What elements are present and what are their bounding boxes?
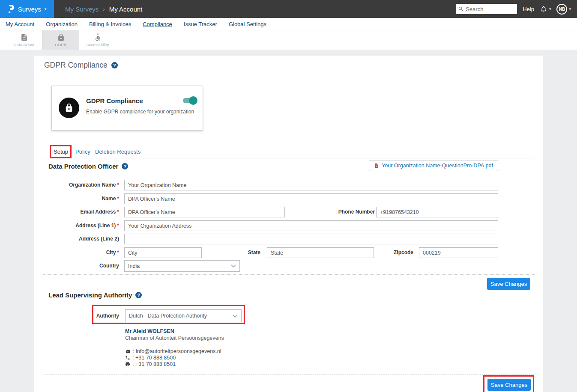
authority-contact-fax: +31 70 888 8501 xyxy=(125,361,176,367)
name-input[interactable] xyxy=(124,193,498,204)
wheelchair-icon xyxy=(94,33,102,42)
form-row: Address (Line 2) xyxy=(34,234,543,244)
tab-setup[interactable]: Setup xyxy=(51,147,70,157)
form-row: City State Zipcode xyxy=(34,247,543,258)
avatar: NB xyxy=(556,4,567,15)
authority-fax-value: +31 70 888 8501 xyxy=(132,361,176,367)
form-row: Email Address Phone Number xyxy=(34,207,543,217)
product-switcher[interactable]: Surveys ▾ xyxy=(0,0,54,18)
gdpr-toggle-card: GDPR Compliance Enable GDPR compliance f… xyxy=(51,86,203,131)
gdpr-card-title: GDPR Compliance xyxy=(86,97,143,104)
authority-select[interactable]: Dutch - Data Protection Authority xyxy=(125,309,242,322)
toggle-knob xyxy=(189,96,197,105)
notifications-button[interactable]: ▾ xyxy=(540,5,551,13)
page-title: GDPR Compliance ? xyxy=(44,61,118,70)
tab-policy[interactable]: Policy xyxy=(75,147,90,157)
zipcode-input[interactable] xyxy=(419,247,498,258)
chevron-down-icon: ▾ xyxy=(569,7,571,11)
help-link[interactable]: Help xyxy=(523,6,534,12)
lsa-heading: Lead Supervising Authority ? xyxy=(48,291,142,299)
form-row: Address (Line 1) xyxy=(34,220,543,231)
search-input[interactable] xyxy=(456,4,517,14)
nav-organization[interactable]: Organization xyxy=(46,21,78,27)
dpa-pdf-button[interactable]: Your Organization Name-QuestionPro-DPA.p… xyxy=(369,160,498,171)
product-name: Surveys xyxy=(18,6,41,13)
address-line1-label: Address (Line 1) xyxy=(34,220,119,231)
tab-can-spam[interactable]: CAN-SPAM xyxy=(6,30,42,50)
nav-issue-tracker[interactable]: Issue Tracker xyxy=(184,21,217,27)
nav-global-settings[interactable]: Global Settings xyxy=(229,21,266,27)
chevron-down-icon xyxy=(233,315,238,318)
document-pencil-icon xyxy=(20,33,28,42)
nav-my-account[interactable]: My Account xyxy=(6,21,34,27)
tab-label: CAN-SPAM xyxy=(13,43,34,47)
form-row: Name xyxy=(34,193,543,204)
authority-label: Authority xyxy=(34,309,119,322)
country-select-value: India xyxy=(128,263,140,269)
tab-accessibility[interactable]: Accessibility xyxy=(79,30,116,50)
help-icon[interactable]: ? xyxy=(135,292,142,298)
search-icon xyxy=(458,6,464,12)
topbar-right: Help ▾ NB ▾ xyxy=(456,4,577,15)
breadcrumb-my-surveys[interactable]: My Surveys xyxy=(65,6,99,13)
nav-billing-invoices[interactable]: Billing & Invoices xyxy=(89,21,131,27)
country-select[interactable]: India xyxy=(124,260,240,272)
divider xyxy=(43,274,535,275)
authority-phone-value: +31 70 888 8500 xyxy=(132,355,176,361)
address-line2-label: Address (Line 2) xyxy=(34,234,119,244)
authority-contact-email: info@autoriteitpersoonsgegevens.nl xyxy=(125,348,221,354)
nav-compliance[interactable]: Compliance xyxy=(143,21,172,27)
address-line2-input[interactable] xyxy=(124,234,498,244)
address-line1-input[interactable] xyxy=(124,220,498,231)
authority-email-value: info@autoriteitpersoonsgegevens.nl xyxy=(133,348,221,354)
screen: Surveys ▾ My Surveys › My Account Help ▾… xyxy=(0,0,577,392)
bell-icon xyxy=(540,5,547,13)
pdf-icon xyxy=(374,163,379,169)
compliance-tab-strip: CAN-SPAM GDPR Accessibility xyxy=(0,30,577,50)
tab-deletion-requests[interactable]: Deletion Requests xyxy=(95,147,141,157)
gdpr-card-subtitle: Enable GDPR compliance for your organiza… xyxy=(86,109,194,115)
lock-badge xyxy=(59,98,79,118)
chevron-down-icon: ▾ xyxy=(45,7,47,11)
city-label: City xyxy=(34,247,119,258)
save-changes-button-dpo[interactable]: Save Changes xyxy=(487,278,530,290)
zipcode-label: Zipcode xyxy=(328,247,413,258)
country-label: Country xyxy=(34,260,119,272)
gdpr-toggle[interactable] xyxy=(183,98,196,103)
gdpr-compliance-page: GDPR Compliance ? GDPR Compliance Enable… xyxy=(34,56,543,392)
authority-select-value: Dutch - Data Protection Authority xyxy=(129,313,207,319)
help-icon[interactable]: ? xyxy=(122,163,128,169)
authority-contact-name: Mr Aleid WOLFSEN xyxy=(125,328,174,334)
page-title-text: GDPR Compliance xyxy=(44,61,108,70)
divider xyxy=(43,374,535,374)
save-changes-button-lsa[interactable]: Save Changes xyxy=(487,379,531,391)
account-nav: My Account Organization Billing & Invoic… xyxy=(0,18,577,30)
tab-label: Accessibility xyxy=(87,43,109,47)
divider xyxy=(34,75,543,75)
envelope-icon xyxy=(125,349,131,354)
name-label: Name xyxy=(34,193,119,204)
top-bar: Surveys ▾ My Surveys › My Account Help ▾… xyxy=(0,0,577,18)
dpo-heading-text: Data Protection Officer xyxy=(48,163,118,170)
help-icon[interactable]: ? xyxy=(111,62,118,68)
organization-name-input[interactable] xyxy=(124,180,498,190)
form-row: Country India xyxy=(34,260,543,272)
dpo-heading: Data Protection Officer ? xyxy=(48,163,128,170)
tab-gdpr[interactable]: GDPR xyxy=(42,30,79,50)
breadcrumb-my-account: My Account xyxy=(109,6,143,13)
breadcrumb-separator-icon: › xyxy=(103,6,105,12)
form-row: Organization Name xyxy=(34,180,543,190)
email-address-input[interactable] xyxy=(124,207,285,217)
state-label: State xyxy=(175,247,260,258)
phone-icon xyxy=(125,355,130,360)
fax-icon xyxy=(125,362,130,367)
search-box xyxy=(456,4,517,14)
account-menu[interactable]: NB ▾ xyxy=(556,4,571,15)
tab-label: GDPR xyxy=(55,43,66,47)
phone-number-label: Phone Number xyxy=(289,207,375,217)
divider xyxy=(43,158,535,158)
breadcrumb: My Surveys › My Account xyxy=(65,6,142,13)
authority-contact-role: Chairman of Autoriteit Persoonsgegevens xyxy=(125,335,224,341)
padlock-icon xyxy=(57,33,65,42)
phone-number-input[interactable] xyxy=(376,207,498,217)
